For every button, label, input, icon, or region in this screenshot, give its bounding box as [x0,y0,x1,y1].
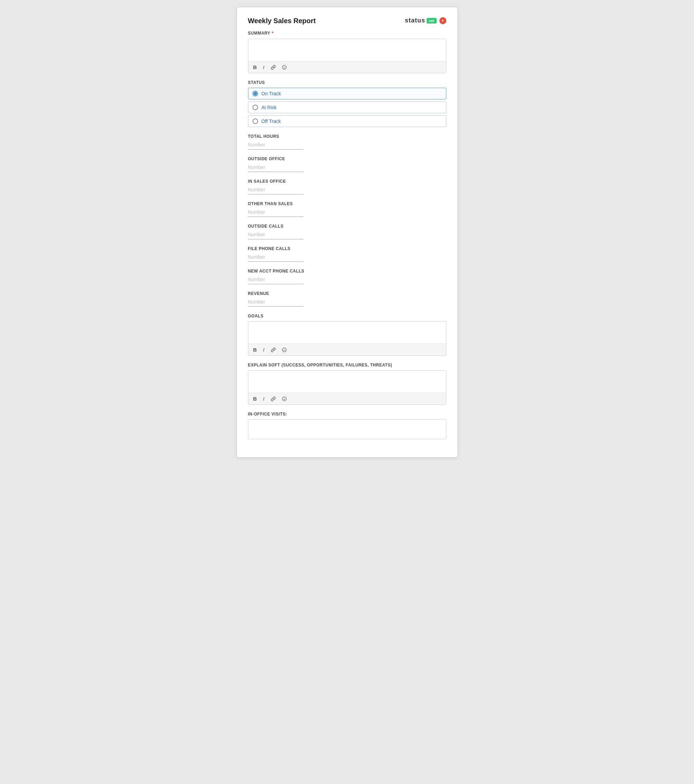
explain-soft-textarea[interactable] [248,371,446,391]
explain-soft-toolbar: B I [248,393,446,404]
outside-calls-input-container [248,231,303,239]
outside-office-input-container [248,164,303,172]
svg-point-3 [282,348,286,352]
radio-on-track [252,91,258,96]
radio-at-risk [252,105,258,110]
close-button[interactable]: × [439,17,446,24]
total-hours-input[interactable] [248,142,303,147]
in-sales-office-input[interactable] [248,187,303,193]
explain-soft-label: EXPLAIN SOFT (SUCCESS, OPPORTUNITIES, FA… [248,362,446,367]
total-hours-input-container [248,142,303,150]
in-office-visits-label: IN-OFFICE VISITS: [248,412,446,417]
modal-container: Weekly Sales Report status net × SUMMARY… [237,7,458,458]
summary-section: SUMMARY * B I [248,30,446,73]
summary-editor-container: B I [248,39,446,73]
explain-soft-editor-container: B I [248,370,446,405]
goals-bold-button[interactable]: B [252,346,259,353]
summary-bold-button[interactable]: B [252,64,259,71]
status-option-off-track[interactable]: Off Track [248,115,446,127]
outside-calls-input[interactable] [248,232,303,237]
explain-soft-italic-button[interactable]: I [262,395,265,402]
revenue-input[interactable] [248,299,303,305]
status-at-risk-label: At Risk [262,105,277,110]
goals-link-button[interactable] [269,347,277,353]
new-acct-phone-calls-input[interactable] [248,277,303,282]
revenue-label: REVENUE [248,291,446,296]
status-on-track-label: On Track [262,91,281,96]
new-acct-phone-calls-input-container [248,276,303,284]
in-office-visits-section: IN-OFFICE VISITS: [248,412,446,439]
in-office-visits-textarea[interactable] [248,420,446,438]
explain-soft-link-button[interactable] [269,396,277,402]
goals-editor-container: B I [248,321,446,356]
summary-label: SUMMARY * [248,30,446,36]
file-phone-calls-label: FILE PHONE CALLS [248,246,446,251]
outside-calls-label: OUTSIDE CALLS [248,224,446,229]
in-office-visits-editor-container [248,419,446,439]
goals-label: GOALS [248,314,446,318]
goals-toolbar: B I [248,344,446,356]
in-sales-office-input-container [248,186,303,194]
other-than-sales-input[interactable] [248,209,303,215]
explain-soft-bold-button[interactable]: B [252,395,259,402]
summary-link-button[interactable] [269,64,277,71]
outside-office-label: OUTSIDE OFFICE [248,156,446,161]
explain-soft-emoji-button[interactable] [280,396,288,402]
total-hours-label: TOTAL HOURS [248,134,446,139]
revenue-input-container [248,299,303,307]
status-label: STATUS [248,80,446,85]
status-off-track-label: Off Track [262,119,281,124]
modal-title: Weekly Sales Report [248,17,316,25]
in-sales-office-section: IN SALES OFFICE [248,179,446,194]
status-options: On Track At Risk Off Track [248,88,446,127]
goals-textarea[interactable] [248,321,446,342]
file-phone-calls-section: FILE PHONE CALLS [248,246,446,262]
status-net-badge: net [427,18,437,23]
summary-textarea[interactable] [248,39,446,60]
status-option-on-track[interactable]: On Track [248,88,446,99]
status-option-at-risk[interactable]: At Risk [248,102,446,113]
outside-office-input[interactable] [248,165,303,170]
required-indicator: * [272,30,274,36]
goals-italic-button[interactable]: I [262,346,265,353]
file-phone-calls-input[interactable] [248,254,303,260]
other-than-sales-input-container [248,209,303,217]
summary-italic-button[interactable]: I [262,64,265,71]
in-sales-office-label: IN SALES OFFICE [248,179,446,184]
svg-point-0 [282,65,286,69]
status-section: STATUS On Track At Risk Off Track [248,80,446,127]
other-than-sales-label: OTHER THAN SALES [248,201,446,206]
goals-emoji-button[interactable] [280,347,288,353]
goals-section: GOALS B I [248,314,446,356]
header-right: status net × [405,17,446,24]
explain-soft-section: EXPLAIN SOFT (SUCCESS, OPPORTUNITIES, FA… [248,362,446,405]
new-acct-phone-calls-label: NEW ACCT PHONE CALLS [248,269,446,273]
summary-emoji-button[interactable] [280,64,288,71]
status-badge: status net [405,17,437,24]
status-text: status [405,17,425,24]
new-acct-phone-calls-section: NEW ACCT PHONE CALLS [248,269,446,284]
outside-calls-section: OUTSIDE CALLS [248,224,446,239]
revenue-section: REVENUE [248,291,446,307]
outside-office-section: OUTSIDE OFFICE [248,156,446,172]
summary-toolbar: B I [248,61,446,73]
other-than-sales-section: OTHER THAN SALES [248,201,446,217]
total-hours-section: TOTAL HOURS [248,134,446,150]
svg-point-6 [282,397,286,401]
modal-header: Weekly Sales Report status net × [248,17,446,25]
radio-off-track [252,119,258,124]
file-phone-calls-input-container [248,254,303,262]
